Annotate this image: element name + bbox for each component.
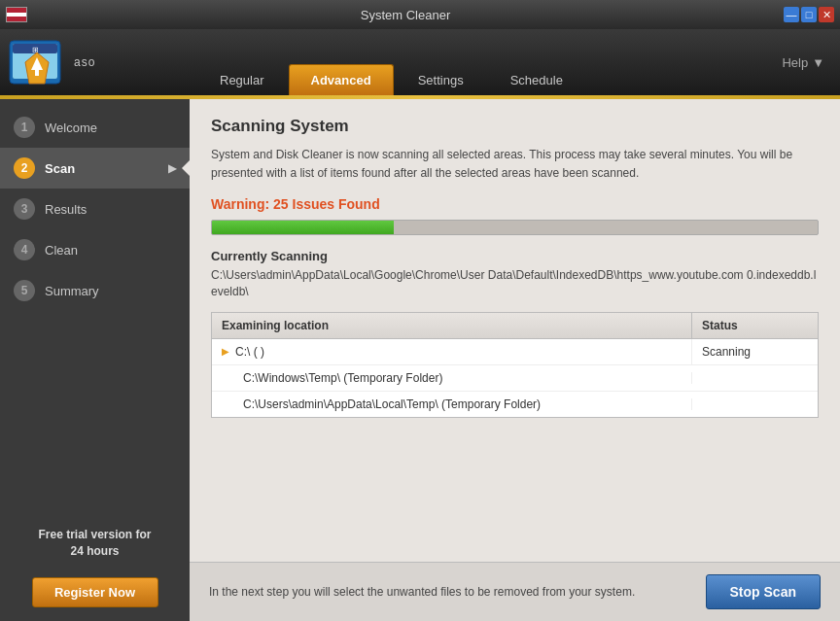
sidebar-spacer <box>0 311 190 515</box>
content-panel: Scanning System System and Disk Cleaner … <box>190 99 840 621</box>
table-header: Examining location Status <box>212 313 818 339</box>
progress-bar-container <box>211 220 819 235</box>
table-row: C:\Users\admin\AppData\Local\Temp\ (Temp… <box>212 392 818 417</box>
warning-label: Warning: <box>211 196 269 212</box>
sidebar-label-scan: Scan <box>45 161 75 176</box>
col-header-status: Status <box>691 313 818 338</box>
warning-value: 25 Issues Found <box>273 196 380 212</box>
sidebar-label-summary: Summary <box>45 284 99 298</box>
sidebar-item-results[interactable]: 3 Results <box>0 189 190 229</box>
nav-tabs: Regular Advanced Settings Schedule <box>197 29 766 95</box>
tab-settings[interactable]: Settings <box>396 64 486 95</box>
title-bar: System Cleaner — □ ✕ <box>0 0 840 29</box>
row-arrow-icon: ▶ <box>222 346 229 357</box>
td-location-3: C:\Users\admin\AppData\Local\Temp\ (Temp… <box>212 392 691 417</box>
trial-line2: 24 hours <box>70 544 119 558</box>
step-circle-2: 2 <box>14 157 35 179</box>
sidebar-item-summary[interactable]: 5 Summary <box>0 270 190 311</box>
step-circle-1: 1 <box>14 117 35 138</box>
stop-scan-button[interactable]: Stop Scan <box>706 574 821 609</box>
td-location-1: ▶ C:\ ( ) <box>212 339 691 364</box>
register-now-button[interactable]: Register Now <box>32 577 158 607</box>
minimize-button[interactable]: — <box>784 7 799 22</box>
scan-title: Scanning System <box>211 117 819 136</box>
main-content: 1 Welcome 2 Scan ▶ 3 Results 4 Clean 5 S… <box>0 99 840 621</box>
sidebar-label-results: Results <box>45 202 87 217</box>
sidebar-item-scan[interactable]: 2 Scan ▶ <box>0 148 190 189</box>
logo-area: ⊞ aso <box>8 33 197 91</box>
table-row: C:\Windows\Temp\ (Temporary Folder) <box>212 365 818 392</box>
window-controls: — □ ✕ <box>784 7 834 22</box>
td-location-2: C:\Windows\Temp\ (Temporary Folder) <box>212 365 691 391</box>
logo-text: aso <box>74 55 95 69</box>
maximize-button[interactable]: □ <box>801 7 817 22</box>
td-status-3 <box>691 398 818 410</box>
sidebar: 1 Welcome 2 Scan ▶ 3 Results 4 Clean 5 S… <box>0 99 190 621</box>
step-circle-3: 3 <box>14 198 35 220</box>
help-button[interactable]: Help ▼ <box>766 55 840 70</box>
svg-rect-6 <box>35 70 39 76</box>
footer-text: In the next step you will select the unw… <box>209 584 635 601</box>
location-text-3: C:\Users\admin\AppData\Local\Temp\ (Temp… <box>243 397 541 411</box>
sidebar-trial: Free trial version for 24 hours <box>0 515 190 571</box>
header-bar: ⊞ aso Regular Advanced Settings Schedule… <box>0 29 840 95</box>
col-header-location: Examining location <box>212 313 691 338</box>
app-logo-icon: ⊞ <box>8 33 66 91</box>
scan-description: System and Disk Cleaner is now scanning … <box>211 146 819 183</box>
sidebar-item-clean[interactable]: 4 Clean <box>0 229 190 270</box>
tab-advanced[interactable]: Advanced <box>289 64 394 95</box>
sidebar-label-clean: Clean <box>45 243 78 258</box>
window-title: System Cleaner <box>27 8 784 22</box>
title-bar-left <box>6 7 27 22</box>
content-body: Scanning System System and Disk Cleaner … <box>190 99 840 562</box>
currently-scanning-label: Currently Scanning <box>211 249 819 263</box>
step-circle-4: 4 <box>14 239 35 260</box>
td-status-2 <box>691 372 818 384</box>
tab-regular[interactable]: Regular <box>197 64 287 95</box>
help-chevron-icon: ▼ <box>812 55 824 70</box>
help-label: Help <box>782 55 808 70</box>
warning-line: Warning: 25 Issues Found <box>211 196 819 212</box>
tab-schedule[interactable]: Schedule <box>488 64 585 95</box>
sidebar-item-welcome[interactable]: 1 Welcome <box>0 107 190 148</box>
location-text-1: C:\ ( ) <box>235 345 264 359</box>
step-circle-5: 5 <box>14 280 35 301</box>
scanning-path: C:\Users\admin\AppData\Local\Google\Chro… <box>211 267 819 300</box>
location-text-2: C:\Windows\Temp\ (Temporary Folder) <box>243 371 442 385</box>
flag-icon <box>6 7 27 22</box>
content-footer: In the next step you will select the unw… <box>190 562 840 621</box>
table-row: ▶ C:\ ( ) Scanning <box>212 339 818 365</box>
close-button[interactable]: ✕ <box>819 7 834 22</box>
trial-line1: Free trial version for <box>38 528 151 541</box>
td-status-1: Scanning <box>691 339 818 364</box>
sidebar-arrow-icon: ▶ <box>168 162 176 175</box>
sidebar-label-welcome: Welcome <box>45 121 97 135</box>
scan-table: Examining location Status ▶ C:\ ( ) Scan… <box>211 312 819 418</box>
progress-bar-fill <box>212 221 394 234</box>
